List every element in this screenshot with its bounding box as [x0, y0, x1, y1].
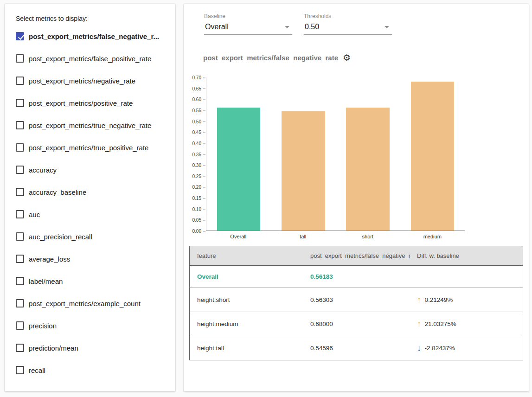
checkbox-unchecked[interactable]	[16, 277, 24, 285]
metric-item-precision[interactable]: precision	[5, 314, 175, 337]
table-header-feature: feature	[190, 246, 303, 266]
diff-indicator: ↑21.03275%	[417, 320, 456, 328]
metric-item-post-export-metrics-true-positive-rate[interactable]: post_export_metrics/true_positive_rate	[5, 136, 175, 159]
y-tick-label: 0.65	[192, 86, 201, 91]
checkbox-unchecked[interactable]	[16, 121, 24, 129]
value-cell: 0.56303	[303, 288, 410, 312]
metric-item-post-export-metrics-false-positive-rate[interactable]: post_export_metrics/false_positive_rate	[5, 47, 175, 70]
metric-label: post_export_metrics/positive_rate	[29, 99, 133, 107]
metric-item-label-mean[interactable]: label/mean	[5, 270, 175, 292]
checkbox-unchecked[interactable]	[16, 366, 24, 374]
thresholds-select[interactable]: 0.50	[304, 22, 392, 35]
bar-tall[interactable]	[282, 111, 325, 231]
metric-item-average-loss[interactable]: average_loss	[5, 248, 175, 270]
bar-slot-tall	[271, 77, 335, 231]
metric-item-prediction-mean[interactable]: prediction/mean	[5, 337, 175, 359]
metric-list: post_export_metrics/false_negative_r...p…	[5, 25, 175, 381]
chart-title: post_export_metrics/false_negative_rate	[203, 54, 338, 62]
baseline-label: Baseline	[204, 13, 292, 19]
metric-label: precision	[29, 322, 57, 330]
metric-label: post_export_metrics/false_negative_r...	[29, 32, 159, 40]
value-cell: 0.56183	[303, 266, 410, 288]
y-tick-label: 0.40	[192, 141, 201, 146]
checkbox-unchecked[interactable]	[16, 232, 24, 241]
bar-medium[interactable]	[411, 82, 454, 231]
metrics-table: featurepost_export_metrics/false_negativ…	[189, 246, 523, 360]
checkbox-unchecked[interactable]	[16, 143, 24, 152]
metric-label: post_export_metrics/negative_rate	[29, 77, 135, 85]
bar-short[interactable]	[346, 108, 389, 231]
metric-item-auc[interactable]: auc	[5, 203, 175, 225]
chart-controls: Baseline Overall Thresholds 0.50	[204, 13, 523, 35]
y-tick-label: 0.60	[192, 97, 201, 102]
checkbox-unchecked[interactable]	[16, 344, 24, 352]
metric-item-post-export-metrics-example-count[interactable]: post_export_metrics/example_count	[5, 292, 175, 314]
metric-item-accuracy-baseline[interactable]: accuracy_baseline	[5, 181, 175, 203]
y-tick-label: 0.70	[192, 75, 201, 80]
y-tick-label: 0.25	[192, 173, 201, 179]
metric-label: recall	[29, 366, 45, 374]
value-cell: 0.68000	[303, 312, 410, 336]
table-header-row: featurepost_export_metrics/false_negativ…	[190, 246, 523, 266]
up-arrow-icon: ↑	[417, 295, 422, 304]
chart-bars	[206, 77, 465, 231]
bar-overall[interactable]	[217, 108, 260, 231]
dropdown-caret-icon	[385, 26, 389, 28]
table-row-height-tall: height:tall0.54596↓-2.82437%	[190, 336, 523, 360]
thresholds-label: Thresholds	[304, 13, 392, 19]
metric-label: post_export_metrics/false_positive_rate	[29, 55, 151, 63]
metric-item-accuracy[interactable]: accuracy	[5, 159, 175, 181]
metric-item-auc-precision-recall[interactable]: auc_precision_recall	[5, 225, 175, 248]
bar-slot-short	[336, 77, 400, 231]
checkbox-unchecked[interactable]	[16, 99, 24, 107]
y-tick-label: 0.30	[192, 163, 201, 168]
up-arrow-icon: ↑	[417, 320, 422, 328]
x-axis-label-tall: tall	[271, 231, 336, 239]
bar-chart: 0.000.050.100.150.200.250.300.350.400.45…	[189, 77, 523, 231]
baseline-select[interactable]: Overall	[204, 22, 292, 35]
table-row-overall: Overall0.56183	[190, 266, 523, 288]
metric-label: auc	[29, 211, 40, 218]
metric-item-recall[interactable]: recall	[5, 359, 175, 381]
diff-cell: ↓-2.82437%	[410, 336, 523, 360]
metric-label: auc_precision_recall	[29, 233, 92, 241]
feature-cell: height:short	[190, 288, 303, 312]
metric-label: post_export_metrics/example_count	[29, 300, 141, 307]
metric-label: post_export_metrics/true_negative_rate	[29, 122, 151, 129]
metric-item-post-export-metrics-true-negative-rate[interactable]: post_export_metrics/true_negative_rate	[5, 114, 175, 136]
metrics-sidebar: Select metrics to display: post_export_m…	[5, 4, 175, 391]
checkbox-unchecked[interactable]	[16, 188, 24, 196]
metric-label: post_export_metrics/true_positive_rate	[29, 144, 148, 152]
diff-indicator: ↑0.21249%	[417, 295, 453, 304]
checkbox-unchecked[interactable]	[16, 255, 24, 263]
settings-gear-icon[interactable]: ⚙	[343, 53, 351, 62]
checkbox-unchecked[interactable]	[16, 210, 24, 218]
checkbox-unchecked[interactable]	[16, 77, 24, 85]
checkbox-unchecked[interactable]	[16, 321, 24, 330]
y-tick-label: 0.20	[192, 185, 201, 190]
metric-label: prediction/mean	[29, 344, 78, 352]
y-tick-label: 0.45	[192, 130, 201, 135]
diff-indicator: ↓-2.82437%	[417, 344, 455, 352]
diff-cell	[410, 266, 523, 288]
table-body: Overall0.56183height:short0.56303↑0.2124…	[190, 266, 523, 360]
diff-cell: ↑21.03275%	[410, 312, 523, 336]
metric-label: label/mean	[29, 277, 63, 285]
checkbox-unchecked[interactable]	[16, 299, 24, 307]
metric-item-post-export-metrics-negative-rate[interactable]: post_export_metrics/negative_rate	[5, 70, 175, 92]
thresholds-selected-value: 0.50	[305, 23, 319, 31]
feature-cell: Overall	[190, 266, 303, 288]
y-tick-label: 0.55	[192, 108, 201, 113]
checkbox-unchecked[interactable]	[16, 166, 24, 174]
sidebar-title: Select metrics to display:	[16, 15, 175, 22]
checkbox-unchecked[interactable]	[16, 54, 24, 63]
metric-label: accuracy	[29, 166, 57, 174]
diff-value: 0.21249%	[425, 296, 453, 303]
metric-item-post-export-metrics-positive-rate[interactable]: post_export_metrics/positive_rate	[5, 92, 175, 114]
metric-label: accuracy_baseline	[29, 188, 86, 196]
baseline-select-group: Baseline Overall	[204, 13, 292, 35]
metric-item-post-export-metrics-false-negative-r[interactable]: post_export_metrics/false_negative_r...	[5, 25, 175, 47]
chart-plot-area	[206, 77, 465, 231]
checkbox-checked[interactable]	[16, 32, 24, 40]
y-tick-label: 0.15	[192, 196, 201, 201]
